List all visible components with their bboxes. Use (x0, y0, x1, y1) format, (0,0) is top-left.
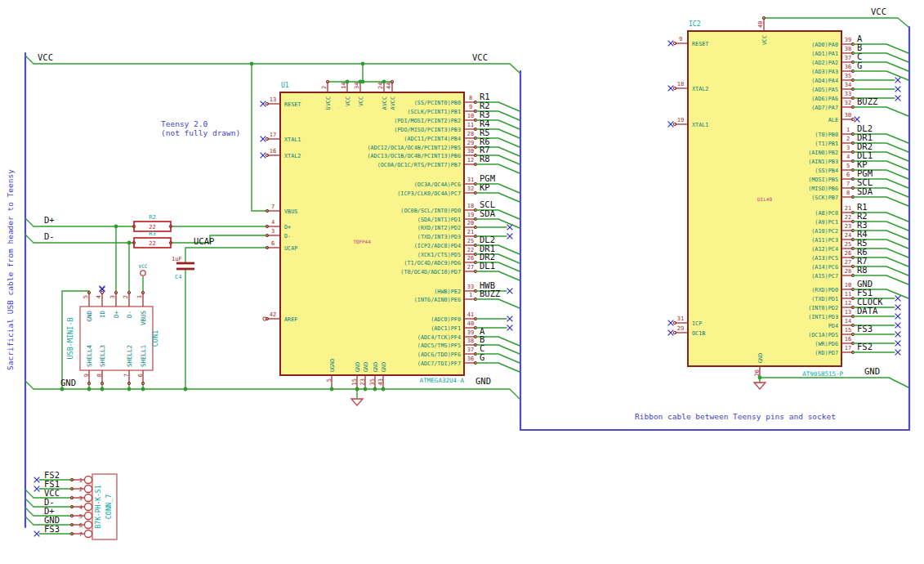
junction-dot (382, 80, 386, 84)
pin-number: 2 (846, 136, 850, 142)
pin-number: 22 (845, 214, 851, 221)
pin-name: GND (757, 353, 764, 363)
pin-name: GND (86, 311, 93, 322)
net-label: BUZZ (857, 96, 877, 106)
connector-pad (85, 521, 92, 529)
schematic-canvas: U1ATMEGA32U4-ATQFP4413RESET17XTAL116XTAL… (0, 0, 924, 564)
pin-number: 37 (467, 347, 474, 353)
pin-number: 21 (467, 229, 474, 235)
pin-name: (TXD)PD1 (811, 296, 838, 302)
no-connect-icon (895, 314, 901, 320)
pin-number: 17 (845, 345, 851, 351)
pin-number: 37 (845, 55, 851, 61)
net-label: D- (44, 231, 55, 241)
ic-reference: U1 (281, 82, 289, 89)
pin-name: (T0/OC4D/ADC10)PD7 (400, 269, 461, 275)
pin-name: (AD6)PA6 (811, 96, 838, 102)
pin-number: 5 (79, 513, 83, 520)
pin-number: 3 (271, 228, 275, 235)
net-label: DATA (857, 306, 878, 316)
pin-number: 10 (845, 282, 851, 289)
annotation-text: Sacrificial USB cable from header to Tee… (6, 169, 15, 370)
pin-number: 2 (79, 486, 83, 493)
pin-name: (SCK)PB7 (811, 195, 838, 201)
capacitor-value: 1uF (172, 256, 182, 262)
pin-number: 25 (467, 238, 474, 244)
pin-number: 12 (467, 157, 474, 163)
pin-number: 31 (467, 177, 474, 183)
pin-name: (A14)PC6 (811, 264, 838, 271)
net-label: VCC (472, 52, 488, 62)
pin-name: (AIN0)PB2 (808, 150, 838, 156)
pin-number: 4 (96, 295, 102, 298)
ic-value: AT90S8515-P (802, 370, 843, 378)
pin-name: VBUS (284, 208, 297, 215)
ic-footprint: TQFP44 (353, 239, 371, 244)
pin-name: (AD1)PA1 (811, 51, 838, 57)
pin-number: 43 (377, 378, 384, 385)
pin-name: (ADC11/PCINT4)PB4 (404, 136, 461, 142)
pin-name: (OC0A/OC1C/RTS/PCINT7)PB7 (377, 162, 461, 168)
pin-name: (ADC5/TMS)PF5 (417, 342, 461, 349)
pin-name: (ADC6/TDO)PF6 (417, 351, 461, 358)
pin-name: (AD3)PA3 (811, 69, 838, 75)
pin-name: (AD4)PA4 (811, 78, 838, 84)
resistor-value: 22 (149, 240, 155, 247)
net-label: G (857, 60, 862, 70)
pin-number: 25 (845, 241, 851, 248)
pin-number: 35 (369, 378, 376, 385)
pin-name: (ADC7/TDI)PF7 (417, 360, 461, 367)
pin-name: (AD2)PA2 (811, 60, 838, 66)
no-connect-icon (895, 323, 901, 329)
wire-segment (475, 271, 520, 280)
pin-number: 24 (845, 232, 851, 239)
pin-name: (OC0B/SCL/INT0)PD0 (400, 208, 461, 214)
wire-segment (475, 299, 520, 308)
usb-connector-CON1: USB-MINI-BCON15GND4ID3D+2D-1VBUS9SHELL48… (66, 286, 159, 385)
pin-name: XTAL2 (692, 86, 708, 92)
net-label: VCC (871, 7, 886, 16)
no-connect-icon (668, 122, 674, 128)
pin-name: (XCK1/CTS)PD5 (417, 252, 461, 258)
resistor-R3: R322 (132, 231, 172, 248)
pin-name: (SS)PB4 (815, 168, 838, 174)
pin-number: 30 (467, 148, 474, 154)
pin-number: 34 (845, 82, 851, 88)
pin-name: D- (126, 311, 133, 318)
pin-name: UGND (329, 359, 336, 372)
pin-number: 7 (271, 204, 275, 210)
net-label: GND (60, 378, 76, 387)
net-label: BUZZ (480, 289, 500, 298)
net-label: SDA (480, 208, 496, 218)
pin-number: 21 (845, 205, 851, 212)
resistor-R2: R222 (132, 214, 172, 231)
pin-name: RESET (284, 101, 301, 108)
pin-name: VCC (761, 35, 768, 45)
net-label: KP (480, 182, 490, 192)
pin-number: 8 (96, 374, 103, 377)
pin-number: 13 (270, 96, 276, 103)
no-connect-icon (855, 117, 860, 123)
pin-name: XTAL1 (692, 122, 708, 128)
pin-number: 26 (467, 255, 474, 262)
pin-name: (HWB)PE2 (434, 289, 461, 295)
annotation-text: Ribbon cable between Teensy pins and soc… (635, 412, 836, 421)
pin-name: (A9)PC1 (815, 219, 838, 226)
pin-number: 18 (467, 203, 474, 209)
pin-name: (SCLK/PCINT1)PB1 (408, 109, 461, 115)
pin-name: (INT0)PD2 (808, 305, 838, 311)
pin-number: 32 (845, 100, 851, 106)
junction-dot (114, 225, 118, 229)
pin-number: 1 (136, 295, 143, 298)
ic-reference: IC2 (689, 20, 701, 28)
pin-name: GND (355, 362, 361, 372)
pin-name: GND (363, 362, 369, 372)
pin-number: 6 (137, 374, 144, 377)
pin-name: SHELL1 (140, 345, 147, 367)
junction-dot (141, 387, 145, 392)
junction-dot (60, 387, 65, 392)
annotation-text: Teensy 2.0 (161, 119, 208, 128)
wire-segment (25, 235, 134, 243)
pin-name: UCAP (284, 245, 297, 252)
pin-number: 4 (79, 504, 83, 511)
